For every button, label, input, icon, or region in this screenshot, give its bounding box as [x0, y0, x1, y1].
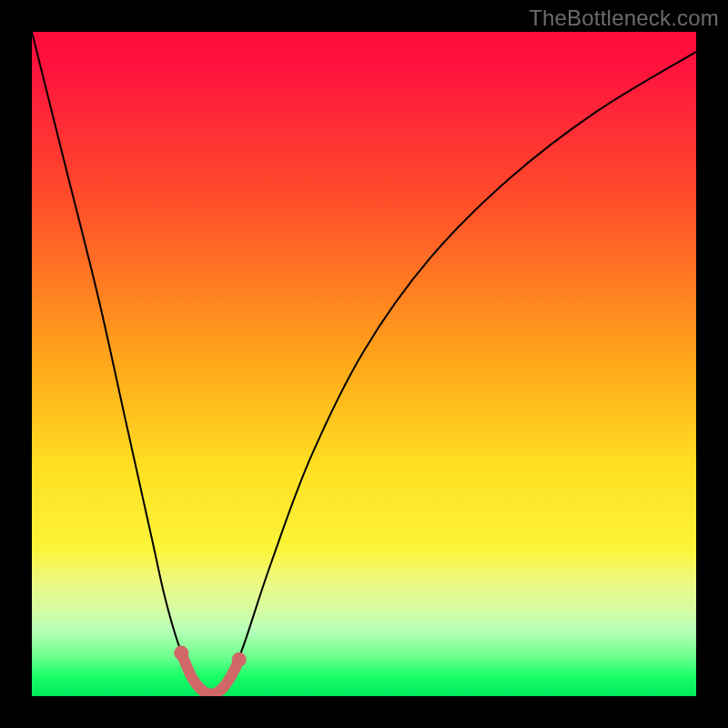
highlight-segment — [181, 653, 239, 694]
bottleneck-curve — [32, 32, 696, 694]
watermark-text: TheBottleneck.com — [529, 5, 719, 31]
chart-canvas: TheBottleneck.com — [0, 0, 728, 728]
plot-area — [32, 32, 696, 696]
highlight-end-dot — [174, 646, 188, 661]
curve-svg — [32, 32, 696, 696]
highlight-end-dot — [232, 652, 247, 667]
